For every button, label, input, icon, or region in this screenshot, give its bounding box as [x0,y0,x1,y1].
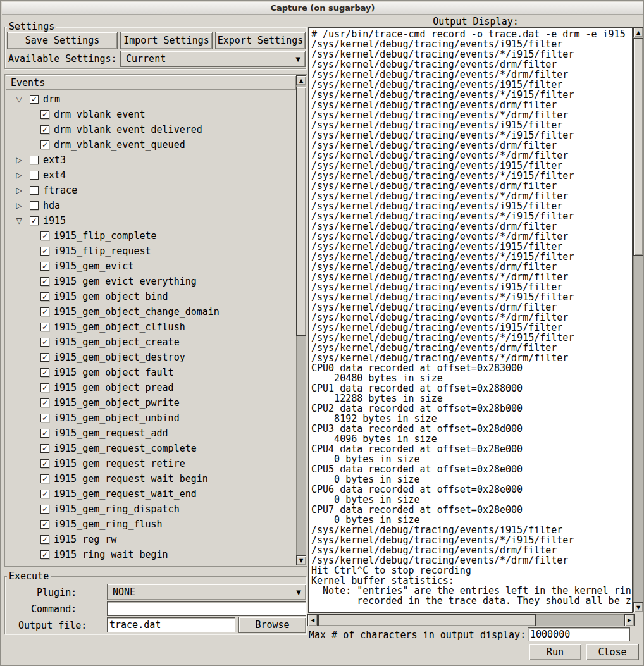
event-checkbox[interactable]: ✓ [40,125,49,134]
tree-row-ftrace[interactable]: ▷ftrace [6,183,297,198]
tree-row-i915_gem_request_add[interactable]: ✓i915_gem_request_add [6,426,297,441]
event-checkbox[interactable]: ✓ [40,323,49,331]
max-chars-input[interactable] [528,627,630,641]
tree-row-i915_gem_ring_dispatch[interactable]: ✓i915_gem_ring_dispatch [6,502,297,517]
tree-row-i915_gem_request_wait_end[interactable]: ✓i915_gem_request_wait_end [6,486,297,502]
event-checkbox[interactable]: ✓ [40,414,49,422]
expander-closed-icon[interactable]: ▷ [13,168,25,183]
event-checkbox[interactable] [30,201,39,210]
output-scroll-down-icon[interactable]: ▼ [633,602,643,612]
event-checkbox[interactable]: ✓ [40,550,49,559]
import-settings-button[interactable]: Import Settings [120,32,213,49]
expander-spacer [13,395,25,410]
available-settings-combo[interactable]: Current ▼ [120,51,306,67]
expander-spacer [13,502,25,517]
tree-row-drm_vblank_event_queued[interactable]: ✓drm_vblank_event_queued [6,137,297,152]
event-checkbox[interactable]: ✓ [40,505,49,514]
tree-row-i915_gem_request_complete[interactable]: ✓i915_gem_request_complete [6,441,297,456]
event-checkbox[interactable]: ✓ [40,262,49,271]
event-checkbox[interactable]: ✓ [40,490,49,498]
tree-row-i915_gem_evict_everything[interactable]: ✓i915_gem_evict_everything [6,274,297,289]
tree-row-i915_gem_object_pwrite[interactable]: ✓i915_gem_object_pwrite [6,395,297,410]
event-label: i915_gem_object_destroy [54,350,185,365]
tree-row-i915_flip_request[interactable]: ✓i915_flip_request [6,244,297,259]
expander-closed-icon[interactable]: ▷ [13,152,25,168]
event-checkbox[interactable] [30,171,39,180]
tree-row-i915_gem_object_destroy[interactable]: ✓i915_gem_object_destroy [6,350,297,365]
titlebar[interactable]: Capture (on sugarbay) [2,2,643,15]
save-settings-button[interactable]: Save Settings [7,32,118,49]
output-scroll-up-icon[interactable]: ▲ [633,27,643,37]
event-label: i915_gem_object_bind [54,289,168,304]
tree-row-hda[interactable]: ▷hda [6,198,297,213]
tree-row-i915[interactable]: ▽✓i915 [6,213,297,228]
tree-row-i915_gem_object_fault[interactable]: ✓i915_gem_object_fault [6,365,297,380]
tree-row-i915_reg_rw[interactable]: ✓i915_reg_rw [6,532,297,547]
event-checkbox[interactable]: ✓ [40,368,49,377]
output-scroll-left-icon[interactable]: ◀ [307,614,318,626]
tree-row-i915_gem_ring_flush[interactable]: ✓i915_gem_ring_flush [6,517,297,532]
tree-row-drm[interactable]: ▽✓drm [6,92,297,107]
event-checkbox[interactable]: ✓ [40,383,49,392]
event-checkbox[interactable]: ✓ [40,247,49,256]
tree-row-i915_gem_request_retire[interactable]: ✓i915_gem_request_retire [6,456,297,471]
output-scroll-right-icon[interactable]: ▶ [624,614,635,626]
events-scrollbar-thumb[interactable] [296,87,306,336]
event-checkbox[interactable]: ✓ [40,429,49,438]
run-button[interactable]: Run [529,644,581,660]
tree-row-i915_gem_object_bind[interactable]: ✓i915_gem_object_bind [6,289,297,304]
event-checkbox[interactable]: ✓ [40,474,49,483]
event-checkbox[interactable]: ✓ [30,95,39,104]
output-vscrollbar-thumb[interactable] [633,38,643,256]
browse-button[interactable]: Browse [238,617,306,633]
output-display-title: Output Display: [308,16,643,27]
events-column-header[interactable]: Events [6,75,297,90]
event-checkbox[interactable]: ✓ [40,353,49,362]
tree-row-i915_gem_object_unbind[interactable]: ✓i915_gem_object_unbind [6,410,297,426]
event-label: hda [43,198,60,213]
output-hscrollbar-thumb[interactable] [318,614,536,626]
event-checkbox[interactable]: ✓ [40,459,49,468]
expander-closed-icon[interactable]: ▷ [13,183,25,198]
tree-row-drm_vblank_event_delivered[interactable]: ✓drm_vblank_event_delivered [6,122,297,137]
event-checkbox[interactable]: ✓ [40,307,49,316]
event-checkbox[interactable] [30,186,39,195]
expander-closed-icon[interactable]: ▷ [13,198,25,213]
event-checkbox[interactable]: ✓ [40,110,49,119]
event-checkbox[interactable]: ✓ [40,231,49,240]
event-checkbox[interactable]: ✓ [40,277,49,286]
tree-row-i915_flip_complete[interactable]: ✓i915_flip_complete [6,228,297,244]
command-input[interactable] [107,601,306,616]
tree-row-i915_ring_wait_begin[interactable]: ✓i915_ring_wait_begin [6,547,297,562]
output-file-input[interactable] [107,617,235,632]
tree-row-i915_gem_object_pread[interactable]: ✓i915_gem_object_pread [6,380,297,395]
tree-row-ext4[interactable]: ▷ext4 [6,168,297,183]
event-checkbox[interactable]: ✓ [40,140,49,149]
tree-row-i915_gem_object_change_domain[interactable]: ✓i915_gem_object_change_domain [6,304,297,319]
tree-row-i915_gem_request_wait_begin[interactable]: ✓i915_gem_request_wait_begin [6,471,297,486]
event-checkbox[interactable] [30,156,39,164]
event-checkbox[interactable]: ✓ [40,520,49,529]
event-checkbox[interactable]: ✓ [40,292,49,301]
tree-row-i915_gem_object_clflush[interactable]: ✓i915_gem_object_clflush [6,319,297,335]
plugin-combo[interactable]: NONE ▼ [107,584,306,600]
events-scroll-down-icon[interactable]: ▼ [296,555,306,565]
event-checkbox[interactable]: ✓ [40,444,49,453]
tree-row-i915_gem_object_create[interactable]: ✓i915_gem_object_create [6,335,297,350]
event-label: i915_gem_object_fault [54,365,174,380]
event-checkbox[interactable]: ✓ [40,338,49,347]
expander-open-icon[interactable]: ▽ [13,92,25,107]
event-checkbox[interactable]: ✓ [40,398,49,407]
expander-open-icon[interactable]: ▽ [13,213,25,228]
tree-row-drm_vblank_event[interactable]: ✓drm_vblank_event [6,107,297,122]
close-button[interactable]: Close [586,644,639,660]
event-checkbox[interactable]: ✓ [30,216,39,225]
event-label: i915_gem_object_create [54,335,180,350]
events-scroll-up-icon[interactable]: ▲ [296,75,306,85]
tree-row-i915_gem_evict[interactable]: ✓i915_gem_evict [6,259,297,274]
event-label: i915_gem_request_complete [54,441,197,456]
export-settings-button[interactable]: Export Settings [215,32,306,49]
event-checkbox[interactable]: ✓ [40,535,49,544]
output-display[interactable]: # /usr/bin/trace-cmd record -o trace.dat… [308,27,633,613]
tree-row-ext3[interactable]: ▷ext3 [6,152,297,168]
